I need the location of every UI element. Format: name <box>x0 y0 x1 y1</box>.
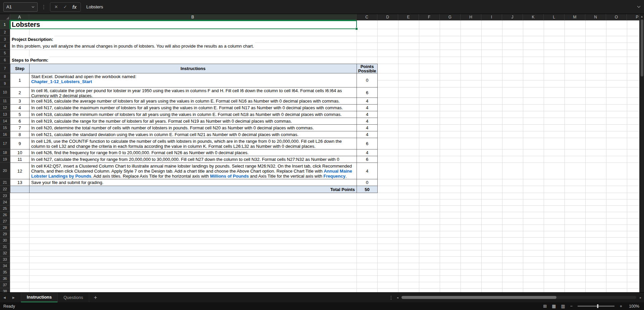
column-header-M[interactable]: M <box>565 14 585 20</box>
sheet-nav-left-icon[interactable]: ◀ <box>0 296 9 299</box>
step-number-cell[interactable]: 7 <box>10 125 30 131</box>
row-header-23[interactable]: 23 <box>0 193 10 199</box>
row-header-32[interactable]: 32 <box>0 250 10 256</box>
row-header-24[interactable]: 24 <box>0 199 10 205</box>
points-cell[interactable]: 4 <box>357 149 378 156</box>
page-layout-view-icon[interactable]: ▦ <box>552 304 556 309</box>
name-box-dropdown-icon[interactable] <box>32 6 35 8</box>
fill-handle[interactable] <box>355 27 358 30</box>
sheet-grid[interactable]: Lobsters Project Description: In this pr… <box>10 20 639 292</box>
row-header-10[interactable]: 10 <box>0 87 10 98</box>
zoom-slider[interactable] <box>578 306 614 307</box>
column-header-J[interactable]: J <box>502 14 523 20</box>
enter-icon[interactable]: ✓ <box>63 4 67 9</box>
row-header-7[interactable]: 7 <box>0 64 10 73</box>
points-cell[interactable]: 4 <box>357 111 378 118</box>
total-label-cell[interactable]: Total Points <box>30 186 357 193</box>
step-number-cell[interactable]: 6 <box>10 118 30 125</box>
horizontal-scrollbar[interactable] <box>401 296 636 299</box>
select-all-corner[interactable] <box>0 14 10 20</box>
instruction-cell[interactable]: In cell N18, calculate the minimum numbe… <box>30 111 357 118</box>
step-number-cell[interactable]: 4 <box>10 105 30 111</box>
instruction-link[interactable]: Millions of Pounds <box>210 174 249 179</box>
name-box[interactable]: A1 <box>3 2 38 12</box>
formula-bar-more-icon[interactable]: ⋮ <box>41 4 46 10</box>
column-header-P[interactable]: P <box>627 14 639 20</box>
column-header-C[interactable]: C <box>357 14 377 20</box>
points-cell[interactable]: 6 <box>357 138 378 149</box>
instruction-cell[interactable]: In cell N20, determine the total number … <box>30 125 357 131</box>
formula-input[interactable]: Lobsters <box>86 2 637 12</box>
row-header-18[interactable]: 18 <box>0 149 10 156</box>
points-cell[interactable]: 6 <box>357 87 378 98</box>
row-header-3[interactable]: 3 <box>0 36 10 43</box>
step-number-cell[interactable]: 12 <box>10 163 30 179</box>
cancel-icon[interactable]: ✕ <box>54 4 58 9</box>
hscroll-right-icon[interactable]: ▸ <box>640 296 641 299</box>
tab-questions[interactable]: Questions <box>58 293 89 303</box>
step-number-cell[interactable]: 9 <box>10 138 30 149</box>
instruction-cell[interactable]: In cell N27, calculate the frequency for… <box>30 156 357 163</box>
insert-function-icon[interactable]: fx <box>72 4 76 10</box>
tab-instructions[interactable]: Instructions <box>21 293 58 303</box>
row-header-36[interactable]: 36 <box>0 275 10 282</box>
row-header-5[interactable]: 5 <box>0 50 10 57</box>
column-header-A[interactable]: A <box>10 14 29 20</box>
column-header-B[interactable]: B <box>29 14 357 20</box>
sheet-nav-right-icon[interactable]: ▶ <box>9 296 18 299</box>
row-header-15[interactable]: 15 <box>0 124 10 131</box>
instruction-cell[interactable]: In cell I6, calculate the price per poun… <box>30 87 357 98</box>
row-header-2[interactable]: 2 <box>0 29 10 36</box>
instruction-cell[interactable]: In cell N26, find the frequency for rang… <box>30 149 357 156</box>
step-number-cell[interactable]: 8 <box>10 131 30 138</box>
row-header-38[interactable]: 38 <box>0 288 10 292</box>
instruction-cell[interactable]: Save your file and submit for grading. <box>30 179 357 186</box>
instruction-cell[interactable]: Start Excel. Download and open the workb… <box>30 73 357 87</box>
row-header-19[interactable]: 19 <box>0 156 10 163</box>
zoom-out-icon[interactable]: − <box>570 304 573 309</box>
column-header-O[interactable]: O <box>606 14 627 20</box>
points-cell[interactable]: 0 <box>357 73 378 87</box>
row-header-13[interactable]: 13 <box>0 111 10 118</box>
instruction-cell[interactable]: In cell N21, calculate the standard devi… <box>30 131 357 138</box>
row-header-6[interactable]: 6 <box>0 57 10 64</box>
row-header-16[interactable]: 16 <box>0 131 10 138</box>
points-cell[interactable]: 6 <box>357 156 378 163</box>
row-header-4[interactable]: 4 <box>0 43 10 50</box>
points-cell[interactable]: 0 <box>357 179 378 186</box>
row-header-1[interactable]: 1 <box>0 20 10 29</box>
row-header-27[interactable]: 27 <box>0 218 10 225</box>
cell-a1-title[interactable]: Lobsters <box>11 20 41 29</box>
instruction-cell[interactable]: In cell L26, use the COUNTIF function to… <box>30 138 357 149</box>
row-header-21[interactable]: 21 <box>0 179 10 186</box>
total-empty-cell[interactable] <box>10 186 30 193</box>
formula-bar-expand-icon[interactable] <box>637 6 641 8</box>
row-header-34[interactable]: 34 <box>0 263 10 269</box>
hscroll-left-icon[interactable]: ◂ <box>397 296 398 299</box>
table-header-instructions[interactable]: Instructions <box>30 64 357 73</box>
column-header-I[interactable]: I <box>481 14 502 20</box>
points-cell[interactable]: 4 <box>357 105 378 111</box>
instruction-cell[interactable]: In cell N17, calculate the maximum numbe… <box>30 105 357 111</box>
total-points-cell[interactable]: 50 <box>357 186 378 193</box>
instruction-link[interactable]: Frequency <box>323 174 345 179</box>
step-number-cell[interactable]: 10 <box>10 149 30 156</box>
row-header-31[interactable]: 31 <box>0 244 10 250</box>
add-sheet-button[interactable]: + <box>89 294 102 301</box>
column-header-F[interactable]: F <box>419 14 440 20</box>
step-number-cell[interactable]: 1 <box>10 73 30 87</box>
row-header-8[interactable]: 8 <box>0 73 10 80</box>
column-header-E[interactable]: E <box>398 14 419 20</box>
points-cell[interactable]: 4 <box>357 131 378 138</box>
instruction-cell[interactable]: In cell K42:Q57, insert a Clustered Colu… <box>30 163 357 179</box>
zoom-in-icon[interactable]: + <box>620 304 622 309</box>
row-header-30[interactable]: 30 <box>0 237 10 244</box>
normal-view-icon[interactable]: ⊞ <box>543 304 547 309</box>
step-number-cell[interactable]: 3 <box>10 98 30 105</box>
row-header-28[interactable]: 28 <box>0 225 10 231</box>
vscroll-up-icon[interactable]: ▲ <box>640 14 644 18</box>
points-cell[interactable]: 4 <box>357 118 378 125</box>
column-header-G[interactable]: G <box>440 14 461 20</box>
step-number-cell[interactable]: 13 <box>10 179 30 186</box>
step-number-cell[interactable]: 2 <box>10 87 30 98</box>
